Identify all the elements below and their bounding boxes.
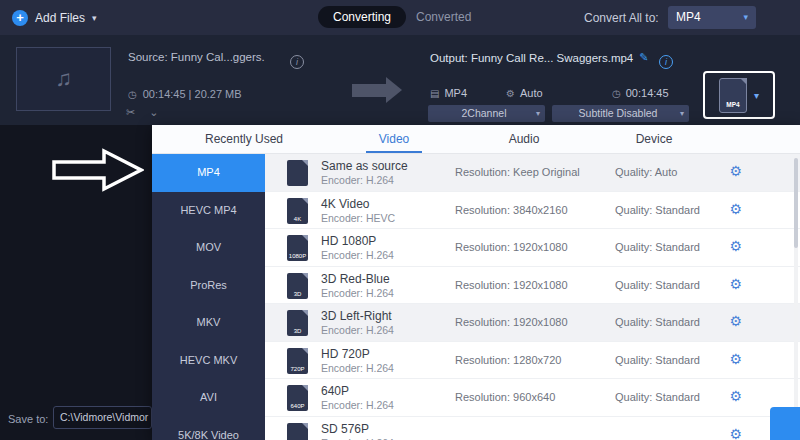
format-tabs: Recently Used Video Audio Device [152,125,800,154]
gear-icon[interactable]: ⚙ [729,351,742,367]
add-files-button[interactable]: + Add Files ▾ [12,0,97,35]
preset-row-3d-red-blue[interactable]: 3D 3D Red-Blue Encoder: H.264 Resolution… [265,267,800,305]
preset-quality: Quality: Standard [615,391,700,403]
convert-all-format-dropdown[interactable]: MP4 ▾ [668,6,756,29]
preset-row-720p[interactable]: 720P HD 720P Encoder: H.264 Resolution: … [265,342,800,380]
gear-icon[interactable]: ⚙ [729,163,742,179]
subtitle-dropdown[interactable]: Subtitle Disabled ▾ [552,105,689,122]
sidebar-item-hevc-mkv[interactable]: HEVC MKV [152,342,265,380]
format-sidebar: MP4 HEVC MP4 MOV ProRes MKV HEVC MKV AVI… [152,154,265,440]
preset-title: 4K Video [321,197,370,211]
audio-channel-value: 2Channel [462,107,507,119]
tab-video[interactable]: Video [339,125,449,153]
source-filename: Source: Funny Cal...ggers. [128,51,265,63]
convert-all-button[interactable] [770,407,800,440]
clock-icon: ◷ [128,89,137,100]
gear-icon[interactable]: ⚙ [729,276,742,292]
chevron-down-icon: ▾ [680,105,684,122]
gear-icon[interactable]: ⚙ [729,313,742,329]
settings-gear-icon: ⚙ [506,88,515,99]
info-icon: i [659,55,673,69]
collapse-chevron-icon[interactable]: ⌄ [149,106,158,119]
convert-all-format-value: MP4 [676,10,701,24]
preset-quality: Quality: Standard [615,279,700,291]
source-duration-size: 00:14:45 | 20.27 MB [143,88,242,100]
audio-channel-dropdown[interactable]: 2Channel ▾ [428,105,545,122]
clock-icon: ◷ [612,88,621,99]
gear-icon[interactable]: ⚙ [729,238,742,254]
file-type-label: MP4 [720,101,746,108]
preset-quality: Quality: Standard [615,316,700,328]
sidebar-item-mkv[interactable]: MKV [152,304,265,342]
output-filename: Output: Funny Call Re... Swaggers.mp4 [430,52,633,64]
top-bar: + Add Files ▾ Converting Converted Conve… [0,0,800,35]
preset-encoder: Encoder: H.264 [321,362,394,374]
preset-title: Same as source [321,159,408,173]
file-type-icon: 4K [287,198,308,224]
preset-resolution: Resolution: 3840x2160 [455,204,568,216]
output-duration-chip: ◷ 00:14:45 [612,87,669,99]
tab-recently-used[interactable]: Recently Used [174,125,314,153]
file-type-icon: 3D [287,273,308,299]
save-path-field[interactable]: C:\Vidmore\Vidmor [53,406,152,429]
scrollbar-thumb[interactable] [794,158,798,248]
preset-resolution: Resolution: 1280x720 [455,354,561,366]
preset-row-4k[interactable]: 4K 4K Video Encoder: HEVC Resolution: 38… [265,192,800,230]
preset-quality: Quality: Auto [615,166,677,178]
preset-resolution: Resolution: Keep Original [455,166,580,178]
preset-list: Same as source Encoder: H.264 Resolution… [265,154,800,440]
sidebar-item-prores[interactable]: ProRes [152,267,265,305]
annotation-arrow-icon [52,148,144,196]
output-format-selector[interactable]: MP4 ▾ [703,71,775,119]
cut-icon[interactable]: ✂ [126,106,135,119]
preset-title: HD 1080P [321,234,376,248]
preset-row-640p[interactable]: 640P 640P Encoder: H.264 Resolution: 960… [265,379,800,417]
preset-encoder: Encoder: H.264 [321,249,394,261]
sidebar-item-hevc-mp4[interactable]: HEVC MP4 [152,192,265,230]
preset-resolution: Resolution: 1920x1080 [455,279,568,291]
source-meta: ◷ 00:14:45 | 20.27 MB [128,88,242,100]
sidebar-item-mp4[interactable]: MP4 [152,154,265,192]
convert-all-to-label: Convert All to: [584,11,659,25]
tab-device[interactable]: Device [599,125,709,153]
tab-converting[interactable]: Converting [318,6,406,28]
preset-row-same-as-source[interactable]: Same as source Encoder: H.264 Resolution… [265,154,800,192]
preset-title: 3D Left-Right [321,309,392,323]
preset-encoder: Encoder: H.264 [321,399,394,411]
gear-icon[interactable]: ⚙ [729,201,742,217]
file-tools: ✂ ⌄ [126,106,158,119]
preset-encoder: Encoder: H.264 [321,437,394,440]
preset-title: 3D Red-Blue [321,272,390,286]
preset-row-3d-left-right[interactable]: 3D 3D Left-Right Encoder: H.264 Resoluti… [265,304,800,342]
output-info-button[interactable]: i [659,51,673,69]
preset-quality: Quality: Standard [615,241,700,253]
output-quality-value: Auto [520,87,543,99]
preset-scrollbar[interactable] [794,156,798,438]
rename-pencil-icon[interactable]: ✎ [639,51,648,64]
preset-title: 640P [321,384,349,398]
chevron-down-icon: ▾ [92,13,97,23]
preset-title: SD 576P [321,422,369,436]
sidebar-item-5k8k[interactable]: 5K/8K Video [152,417,265,440]
file-type-icon: 720P [287,348,308,374]
output-format-value: MP4 [444,87,467,99]
preset-title: HD 720P [321,347,370,361]
file-type-icon: 576P [287,423,308,440]
format-picker-panel: Recently Used Video Audio Device MP4 HEV… [152,125,800,440]
tab-audio[interactable]: Audio [469,125,579,153]
output-filename-row: Output: Funny Call Re... Swaggers.mp4 ✎ [430,51,648,64]
add-plus-icon: + [12,10,28,26]
gear-icon[interactable]: ⚙ [729,426,742,440]
preset-quality: Quality: Standard [615,204,700,216]
sidebar-item-mov[interactable]: MOV [152,229,265,267]
sidebar-item-avi[interactable]: AVI [152,379,265,417]
preset-row-1080p[interactable]: 1080P HD 1080P Encoder: H.264 Resolution… [265,229,800,267]
gear-icon[interactable]: ⚙ [729,388,742,404]
preset-row-576p[interactable]: 576P SD 576P Encoder: H.264 ⚙ [265,417,800,440]
preset-resolution: Resolution: 960x640 [455,391,555,403]
display-icon: ▤ [430,88,439,99]
add-files-label: Add Files [35,11,85,25]
tab-converted[interactable]: Converted [416,10,471,24]
source-info-button[interactable]: i [290,51,304,69]
music-note-icon: ♫ [55,66,72,92]
